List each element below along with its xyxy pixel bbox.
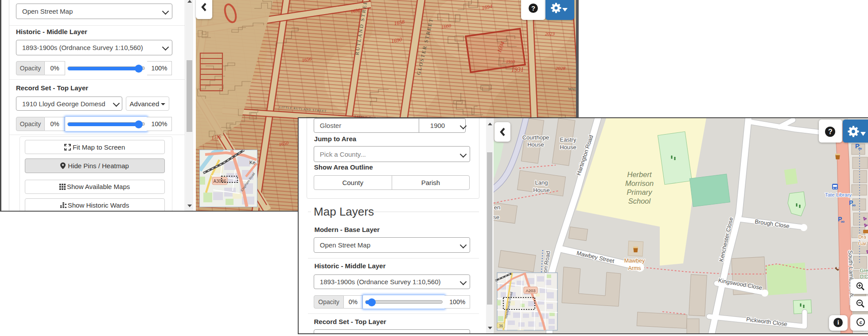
svg-text:1931: 1931 — [511, 66, 524, 73]
svg-text:1930: 1930 — [506, 59, 515, 64]
svg-text:Eastry: Eastry — [560, 136, 576, 143]
svg-text:36: 36 — [499, 323, 503, 328]
svg-text:House: House — [527, 141, 544, 148]
svg-text:Gre: Gre — [860, 268, 868, 273]
svg-text:Arms: Arms — [628, 265, 641, 271]
svg-text:Primary: Primary — [627, 188, 653, 196]
svg-text:Ke: Ke — [249, 160, 255, 165]
svg-text:Herbert: Herbert — [627, 170, 652, 178]
svg-text:WAL: WAL — [568, 87, 576, 91]
svg-text:School: School — [628, 197, 651, 205]
svg-text:Lang: Lang — [535, 179, 548, 186]
svg-text:se: se — [494, 214, 499, 220]
svg-text:A203: A203 — [525, 288, 535, 293]
svg-text:Gar: Gar — [858, 241, 867, 246]
svg-text:en: en — [494, 204, 500, 211]
svg-text:Dra: Dra — [858, 234, 867, 239]
svg-text:D'C: D'C — [860, 274, 868, 279]
svg-text:Mawbey: Mawbey — [624, 258, 645, 264]
svg-text:Morrison: Morrison — [625, 179, 654, 187]
svg-text:Tate Library: Tate Library — [825, 192, 852, 197]
svg-text:House: House — [533, 187, 550, 193]
svg-text:2028: 2028 — [556, 66, 566, 71]
svg-text:A3036: A3036 — [214, 179, 226, 184]
svg-text:Courthope: Courthope — [522, 134, 549, 141]
svg-text:House: House — [560, 144, 576, 151]
svg-text:2023: 2023 — [545, 31, 555, 36]
